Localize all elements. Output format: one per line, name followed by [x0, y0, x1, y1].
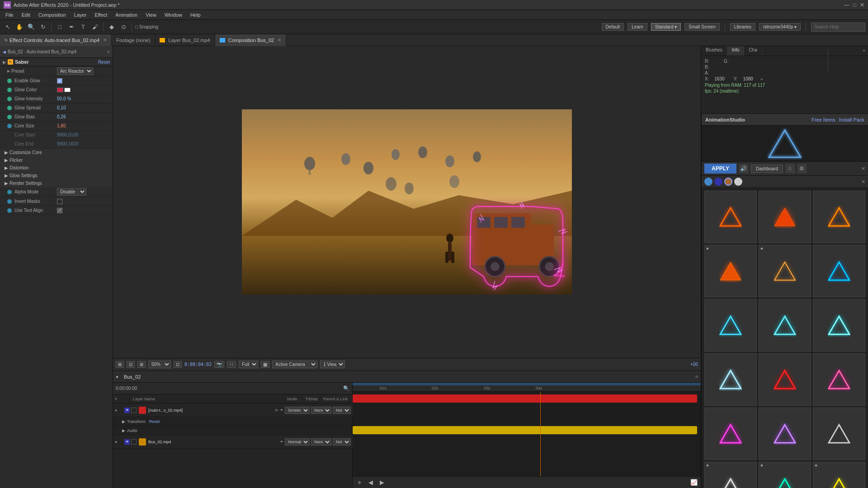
- playhead[interactable]: [540, 392, 541, 476]
- libraries-btn[interactable]: Libraries: [730, 23, 755, 31]
- enable-glow-checkbox[interactable]: ✓: [57, 78, 62, 84]
- layer1-reset[interactable]: Reset: [149, 419, 160, 424]
- preset-14[interactable]: [759, 408, 811, 460]
- search-input[interactable]: [811, 23, 865, 32]
- next-frame-btn[interactable]: ▶: [377, 478, 387, 488]
- layer1-audio[interactable]: ▶ Audio: [113, 426, 352, 435]
- tab-effect-controls[interactable]: fx Effect Controls: Auto-traced Bus_02.m…: [0, 34, 112, 46]
- zoom-fit-btn[interactable]: ⊡: [174, 361, 182, 368]
- preset-7[interactable]: [704, 299, 757, 352]
- preset-10[interactable]: [704, 353, 757, 406]
- tab-footage[interactable]: Footage (none): [112, 34, 155, 46]
- layer1-trkmat[interactable]: None: [311, 407, 331, 414]
- section-glow-settings[interactable]: ▶Glow Settings: [0, 172, 113, 179]
- transparency-btn[interactable]: ▦: [261, 361, 269, 368]
- tab-layer[interactable]: Layer Bus_02.mp4: [155, 34, 215, 46]
- volume-btn[interactable]: 🔊: [739, 164, 748, 173]
- workspace-small[interactable]: Small Screen: [684, 23, 719, 31]
- tab-info[interactable]: Info: [727, 46, 745, 56]
- menu-layer[interactable]: Layer: [71, 11, 90, 19]
- preset-8[interactable]: [759, 299, 811, 352]
- keyframe-btn[interactable]: ⋄: [354, 478, 364, 488]
- timecode-field[interactable]: 0:00:00:00: [116, 386, 125, 391]
- view-select[interactable]: 1 View: [320, 361, 345, 368]
- workspace-default[interactable]: Default: [602, 23, 624, 31]
- tool-text[interactable]: T: [78, 22, 88, 32]
- tool-pen[interactable]: ✒: [66, 22, 76, 32]
- preset-12[interactable]: [813, 353, 865, 406]
- grid-btn[interactable]: ⊞: [137, 361, 146, 368]
- menu-composition[interactable]: Composition: [35, 11, 70, 19]
- menu-view[interactable]: View: [142, 11, 160, 19]
- layer2-lock[interactable]: [131, 439, 137, 445]
- window-controls[interactable]: — □ ✕: [844, 2, 864, 8]
- timeline-layer-2[interactable]: ● 👁 Bus_02.mp4 ✒ Normal None N: [113, 435, 353, 449]
- layer2-parent[interactable]: None: [333, 438, 351, 446]
- menu-file[interactable]: File: [2, 11, 17, 19]
- filter-white-icon[interactable]: [734, 178, 742, 186]
- snapping-toggle[interactable]: □ Snapping: [135, 24, 158, 29]
- zoom-select[interactable]: 50%: [148, 361, 171, 368]
- workspace-standard[interactable]: Standard ▾: [651, 23, 681, 31]
- alpha-mode-dropdown[interactable]: Disable: [57, 188, 86, 196]
- tool-shape[interactable]: □: [55, 22, 65, 32]
- account-btn[interactable]: nitrozme3440p ▾: [759, 23, 801, 31]
- layer2-bar[interactable]: [353, 426, 697, 434]
- glow-color-swatch2[interactable]: [64, 88, 71, 92]
- info-panel-menu[interactable]: »: [860, 46, 868, 56]
- layer2-mode[interactable]: Normal: [285, 438, 310, 446]
- comp-viewer[interactable]: [113, 46, 701, 358]
- layer1-transform[interactable]: ▶ Transform Reset: [113, 417, 352, 426]
- preset-5[interactable]: ★: [759, 245, 811, 297]
- layer1-fx[interactable]: fx: [275, 408, 278, 412]
- tab-composition[interactable]: Composition Bus_02 ✕: [215, 34, 287, 46]
- glow-bias-value[interactable]: 0,26: [57, 114, 66, 119]
- camera-select[interactable]: Active Camera: [272, 361, 317, 368]
- layer1-mode[interactable]: Screen: [285, 407, 310, 414]
- tool-rotate[interactable]: ↻: [38, 22, 48, 32]
- layer1-pen[interactable]: ✒: [280, 408, 283, 412]
- preset-9[interactable]: [813, 299, 865, 352]
- star-btn[interactable]: ☆: [786, 164, 795, 173]
- menu-help[interactable]: Help: [187, 11, 204, 19]
- layer2-pen[interactable]: ✒: [280, 440, 283, 444]
- dashboard-btn[interactable]: Dashboard: [751, 164, 783, 173]
- maximize-btn[interactable]: □: [853, 2, 856, 8]
- safe-zones-btn[interactable]: ⊡: [127, 361, 135, 368]
- filter-orange-icon[interactable]: [724, 178, 732, 186]
- section-render-settings[interactable]: ▶Render Settings: [0, 179, 113, 187]
- glow-spread-value[interactable]: 0,10: [57, 105, 66, 110]
- timeline-layer-1[interactable]: ● 👁 [Auto-t...s_02.mp4] fx ✒ Screen None: [113, 404, 353, 417]
- filter-close-btn[interactable]: ✕: [861, 179, 865, 185]
- timeline-comp-tab[interactable]: Bus_02: [120, 373, 144, 380]
- tool-roto[interactable]: ⊙: [118, 22, 128, 32]
- section-customize-core[interactable]: ▶Customize Core: [0, 149, 113, 156]
- free-items-link[interactable]: Free Items: [811, 117, 835, 122]
- quality-select[interactable]: Full: [239, 361, 258, 368]
- preset-16[interactable]: ★: [704, 462, 757, 488]
- menu-animation[interactable]: Animation: [112, 11, 141, 19]
- layer1-lock[interactable]: [131, 408, 137, 413]
- quality-btn[interactable]: ↑↑: [227, 361, 236, 368]
- preset-6[interactable]: [813, 245, 865, 297]
- work-area-bar[interactable]: [353, 383, 701, 385]
- tab-brushes[interactable]: Brushes: [701, 46, 727, 56]
- minimize-btn[interactable]: —: [844, 2, 849, 8]
- layer1-track[interactable]: [353, 392, 701, 405]
- install-pack-link[interactable]: Install Pack: [839, 117, 864, 122]
- preset-18[interactable]: ★: [813, 462, 865, 488]
- menu-effect[interactable]: Effect: [91, 11, 111, 19]
- view-options-btn[interactable]: ⊞: [116, 361, 124, 368]
- preset-2[interactable]: [759, 191, 811, 243]
- search-layers-icon[interactable]: 🔍: [343, 385, 349, 391]
- preset-4[interactable]: ★: [704, 245, 757, 297]
- preset-13[interactable]: [704, 408, 757, 460]
- core-size-value[interactable]: 1,80: [57, 123, 66, 128]
- filter-blue-icon[interactable]: [704, 178, 712, 186]
- use-text-align-checkbox[interactable]: ✓: [57, 208, 62, 213]
- tool-brush[interactable]: 🖌: [90, 22, 100, 32]
- layer1-visibility[interactable]: 👁: [124, 408, 130, 413]
- preset-dropdown[interactable]: Arc Reactor: [57, 67, 93, 75]
- menu-window[interactable]: Window: [161, 11, 186, 19]
- camera-btn[interactable]: 📷: [214, 361, 224, 368]
